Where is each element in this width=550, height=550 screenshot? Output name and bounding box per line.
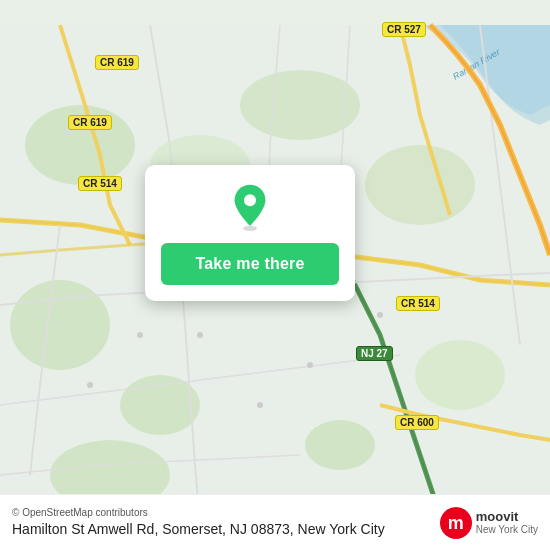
svg-point-9: [365, 145, 475, 225]
moovit-m-letter: m: [448, 514, 464, 532]
address-text: Hamilton St Amwell Rd, Somerset, NJ 0887…: [12, 520, 385, 538]
svg-point-11: [307, 362, 313, 368]
moovit-text-block: moovit New York City: [476, 510, 538, 535]
svg-point-17: [243, 226, 257, 231]
svg-point-13: [197, 332, 203, 338]
svg-point-12: [257, 402, 263, 408]
osm-credit: © OpenStreetMap contributors: [12, 507, 385, 518]
road-label-cr527: CR 527: [382, 22, 426, 37]
svg-point-16: [377, 312, 383, 318]
map-container: Raritan River: [0, 0, 550, 550]
moovit-logo[interactable]: m moovit New York City: [440, 507, 538, 539]
road-label-cr619a: CR 619: [95, 55, 139, 70]
map-pin-icon: [226, 183, 274, 231]
bottom-bar: © OpenStreetMap contributors Hamilton St…: [0, 494, 550, 550]
overlay-card: Take me there: [145, 165, 355, 301]
svg-point-14: [137, 332, 143, 338]
road-label-nj27: NJ 27: [356, 346, 393, 361]
moovit-subtitle: New York City: [476, 524, 538, 535]
road-label-cr514a: CR 514: [78, 176, 122, 191]
svg-point-3: [10, 280, 110, 370]
road-label-cr514d: CR 514: [396, 296, 440, 311]
moovit-icon: m: [440, 507, 472, 539]
svg-point-15: [87, 382, 93, 388]
svg-point-4: [120, 375, 200, 435]
road-label-cr600: CR 600: [395, 415, 439, 430]
road-label-cr619b: CR 619: [68, 115, 112, 130]
svg-point-7: [240, 70, 360, 140]
take-me-there-button[interactable]: Take me there: [161, 243, 339, 285]
svg-point-18: [244, 194, 256, 206]
svg-point-6: [415, 340, 505, 410]
svg-point-5: [305, 420, 375, 470]
moovit-label: moovit: [476, 510, 538, 524]
bottom-left: © OpenStreetMap contributors Hamilton St…: [12, 507, 385, 538]
